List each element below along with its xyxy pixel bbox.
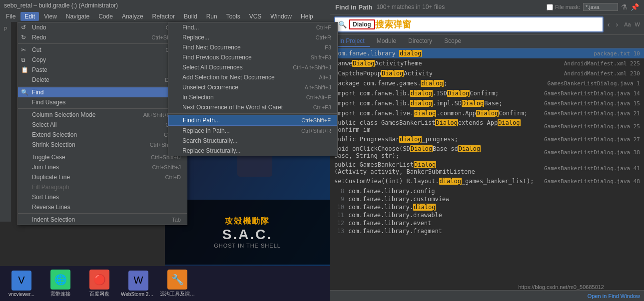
- find-submenu-sep: [168, 113, 337, 114]
- file-mask-label: File mask:: [555, 4, 580, 10]
- ctx-select-all[interactable]: Select All Ctrl+A: [18, 120, 187, 130]
- results-area[interactable]: com.fanwe.library dialog package.txt 10 …: [330, 48, 644, 276]
- menu-edit[interactable]: Edit: [20, 12, 39, 21]
- title-text: sebo_retal – build.gradle (:) (Administr…: [4, 2, 118, 9]
- ctx-duplicate-line[interactable]: Duplicate Line Ctrl+D: [18, 172, 187, 182]
- find-submenu-next-word[interactable]: Next Occurrence of the Word at Caret Ctr…: [168, 102, 337, 112]
- ctx-undo[interactable]: ↺ Undo Ctrl+Z: [18, 22, 187, 32]
- ctx-delete[interactable]: Delete Delete: [18, 75, 187, 85]
- find-submenu-replace-in-path[interactable]: Replace in Path... Ctrl+Shift+R: [168, 126, 337, 136]
- tab-scope[interactable]: Scope: [439, 36, 466, 47]
- find-submenu-replace[interactable]: Replace... Ctrl+R: [168, 32, 337, 42]
- menu-help[interactable]: Help: [297, 12, 317, 21]
- menu-build[interactable]: Build: [180, 12, 201, 21]
- menu-navigate[interactable]: Navigate: [62, 12, 93, 21]
- search-bar: 🔍 Dialog 搜索弹窗 ‹ › Aa W: [330, 14, 644, 35]
- result-row-4[interactable]: package com.fanwe.games.dialog; GamesBan…: [330, 78, 644, 88]
- result-row-9[interactable]: public ProgressBar dialog_progress; Game…: [330, 134, 644, 144]
- result-row-1[interactable]: com.fanwe.library dialog package.txt 10: [330, 48, 644, 58]
- open-in-find-window-btn[interactable]: Open in Find Window: [330, 290, 644, 301]
- tab-in-project[interactable]: In Project: [334, 36, 370, 47]
- menu-window[interactable]: Window: [266, 12, 296, 21]
- ctx-column-mode[interactable]: Column Selection Mode Alt+Shift+Insert: [18, 110, 187, 120]
- ctx-toggle-case[interactable]: Toggle Case Ctrl+Shift+U: [18, 152, 187, 162]
- taskbar-broadband[interactable]: 🌐 宽带连接: [43, 270, 78, 298]
- tree-row-11: 11 com.fanwe.library.drawable: [334, 211, 640, 219]
- result-row-7[interactable]: import com.fanwe.live.dialog.common.AppD…: [330, 108, 644, 118]
- dialog-badge[interactable]: Dialog: [349, 19, 375, 29]
- taskbar-demo-app[interactable]: 🔧 远沟工具及演示APP: [160, 270, 195, 298]
- filter-icon[interactable]: ⚗: [621, 3, 628, 11]
- find-submenu-unselect[interactable]: Unselect Occurrence Alt+Shift+J: [168, 82, 337, 92]
- tab-directory[interactable]: Directory: [403, 36, 437, 47]
- find-panel-title: Find in Path: [335, 3, 372, 11]
- result-row-10[interactable]: void onClickChoose(SDDialogBase sdDialog…: [330, 144, 644, 160]
- sac-subtitle: GHOST IN THE SHELL: [214, 243, 281, 249]
- find-submenu-find-prev[interactable]: Find Previous Occurrence Shift+F3: [168, 52, 337, 62]
- result-row-2[interactable]: FanweDialogActivityTheme AndroidManifest…: [330, 58, 644, 68]
- ctx-join-lines[interactable]: Join Lines Ctrl+Shift+J: [18, 162, 187, 172]
- find-submenu-search-structurally[interactable]: Search Structurally...: [168, 136, 337, 146]
- find-submenu-in-selection[interactable]: In Selection Ctrl+Alt+E: [168, 92, 337, 102]
- menu-view[interactable]: View: [40, 12, 61, 21]
- taskbar-baidu-label: 百度网盘: [82, 291, 117, 298]
- result-row-8[interactable]: public class GamesBankerListDialog exten…: [330, 118, 644, 134]
- find-submenu-find[interactable]: Find... Ctrl+F: [168, 22, 337, 32]
- file-mask-input[interactable]: [583, 3, 618, 11]
- sac-overlay: 攻殻機動隊 S.A.C. GHOST IN THE SHELL: [165, 200, 330, 265]
- menu-file[interactable]: File: [2, 12, 19, 21]
- menu-run[interactable]: Run: [202, 12, 221, 21]
- ctx-extend-selection[interactable]: Extend Selection Ctrl+W: [18, 130, 187, 140]
- result-row-6[interactable]: import com.fanwe.lib.dialog.impl.SDDialo…: [330, 98, 644, 108]
- taskbar-baidu[interactable]: 🔴 百度网盘: [82, 270, 117, 298]
- taskbar-vncviewer[interactable]: V vncviewer...: [4, 271, 39, 297]
- taskbar-demo-app-label: 远沟工具及演示APP: [160, 291, 195, 298]
- prev-result-btn[interactable]: ‹: [606, 19, 612, 29]
- result-row-11[interactable]: public GamesBankerListDialog(Activity ac…: [330, 160, 644, 176]
- tree-row-9: 9 com.fanwe.library.customview: [334, 195, 640, 203]
- result-row-3[interactable]: TCaptchaPopupDialogActivity AndroidManif…: [330, 68, 644, 78]
- menu-analyze[interactable]: Analyze: [118, 12, 147, 21]
- ctx-reverse-lines[interactable]: Reverse Lines: [18, 202, 187, 212]
- taskbar-webstorm-icon: W: [128, 271, 148, 291]
- tab-module[interactable]: Module: [372, 36, 401, 47]
- tree-row-8: 8 com.fanwe.library.config: [334, 187, 640, 195]
- find-submenu-replace-structurally[interactable]: Replace Structurally...: [168, 146, 337, 156]
- taskbar-baidu-icon: 🔴: [89, 270, 109, 290]
- copy-icon: ⧉: [21, 56, 25, 63]
- tree-row-13: 13 com.fanwe.library.fragment: [334, 227, 640, 235]
- sac-title-en: S.A.C.: [222, 227, 272, 243]
- menu-vcs[interactable]: VCS: [245, 12, 266, 21]
- find-submenu-find-next[interactable]: Find Next Occurrence F3: [168, 42, 337, 52]
- find-panel-count: 100+ matches in 10+ files: [376, 3, 445, 10]
- ctx-find[interactable]: 🔍 Find ▶: [18, 87, 187, 97]
- ctx-cut[interactable]: ✂ Cut Ctrl+X: [18, 45, 187, 55]
- ctx-find-usages[interactable]: Find Usages ▶: [18, 97, 187, 107]
- ctx-fill-paragraph[interactable]: Fill Paragraph: [18, 182, 187, 192]
- ctx-shrink-selection[interactable]: Shrink Selection Ctrl+Shift+W: [18, 140, 187, 150]
- next-result-btn[interactable]: ›: [614, 19, 620, 29]
- menu-refactor[interactable]: Refactor: [148, 12, 179, 21]
- file-mask-checkbox-area: File mask:: [547, 4, 580, 10]
- menu-code[interactable]: Code: [94, 12, 117, 21]
- ctx-indent-selection[interactable]: Indent Selection Tab: [18, 215, 187, 225]
- menu-tools[interactable]: Tools: [222, 12, 244, 21]
- result-row-12[interactable]: setCustomView((int) R.layout.dialog_game…: [330, 176, 644, 186]
- find-submenu-find-in-path[interactable]: Find in Path... Ctrl+Shift+F: [168, 115, 337, 126]
- word-btn[interactable]: W: [635, 21, 640, 27]
- tree-section: 8 com.fanwe.library.config 9 com.fanwe.l…: [330, 186, 644, 236]
- ctx-paste[interactable]: 📋 Paste: [18, 65, 187, 75]
- result-row-5[interactable]: import com.fanwe.lib.dialog.ISDDialogCon…: [330, 88, 644, 98]
- ctx-sort-lines[interactable]: Sort Lines: [18, 192, 187, 202]
- taskbar-broadband-icon: 🌐: [50, 270, 70, 290]
- find-submenu-select-all[interactable]: Select All Occurrences Ctrl+Alt+Shift+J: [168, 62, 337, 72]
- sidebar-project-icon[interactable]: P: [0, 24, 10, 34]
- ctx-copy[interactable]: ⧉ Copy ▶: [18, 55, 187, 65]
- pin-icon[interactable]: 📌: [631, 3, 639, 11]
- taskbar-webstorm[interactable]: W WebStorm 2019.3.4...: [121, 271, 156, 297]
- find-submenu-add-next[interactable]: Add Selection for Next Occurrence Alt+J: [168, 72, 337, 82]
- match-case-btn[interactable]: Aa: [624, 21, 631, 27]
- ctx-redo[interactable]: ↻ Redo Ctrl+Shift+Z: [18, 32, 187, 42]
- file-mask-checkbox[interactable]: [547, 4, 553, 10]
- edit-context-menu: ↺ Undo Ctrl+Z ↻ Redo Ctrl+Shift+Z ✂ Cut …: [17, 22, 187, 225]
